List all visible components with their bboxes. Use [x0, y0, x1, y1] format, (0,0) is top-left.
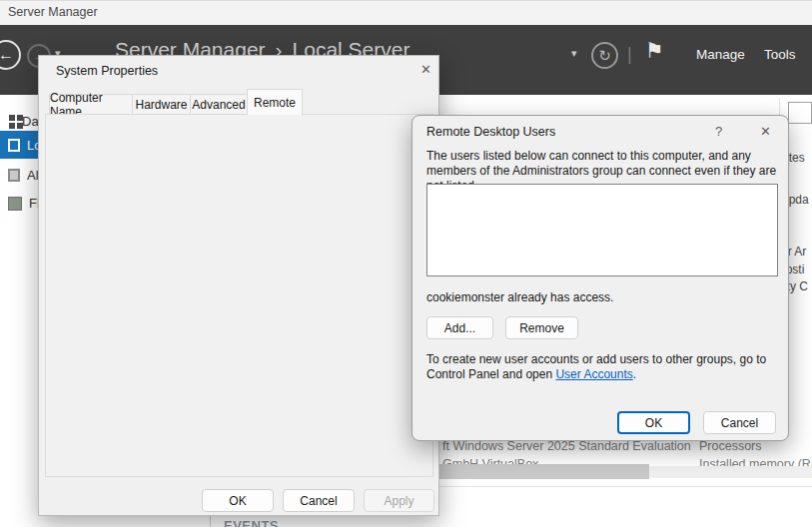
- bg-divider-line: [423, 486, 812, 487]
- tab-hardware[interactable]: Hardware: [132, 94, 191, 114]
- cancel-button[interactable]: Cancel: [703, 411, 776, 434]
- remove-button[interactable]: Remove: [505, 316, 578, 339]
- refresh-button[interactable]: ↻: [591, 42, 618, 69]
- nav-separator: |: [627, 44, 632, 65]
- cancel-button[interactable]: Cancel: [283, 489, 355, 512]
- menu-tools[interactable]: Tools: [764, 47, 796, 62]
- menu-manage[interactable]: Manage: [696, 47, 745, 62]
- remote-desktop-users-dialog: Remote Desktop Users ? ✕ The users liste…: [411, 115, 789, 441]
- window-title: Server Manager: [8, 5, 98, 19]
- all-servers-icon: [8, 169, 20, 182]
- bg-processors-text: Processors: [699, 439, 762, 453]
- ok-button[interactable]: OK: [202, 489, 274, 512]
- apply-button[interactable]: Apply: [364, 489, 434, 512]
- system-properties-dialog: System Properties ✕ Computer Name Hardwa…: [38, 55, 439, 516]
- dialog-title: Remote Desktop Users: [426, 125, 555, 139]
- back-icon: ←: [0, 46, 14, 64]
- dashboard-grid-icon: [9, 115, 15, 121]
- tab-advanced[interactable]: Advanced: [190, 94, 248, 114]
- tasks-box-fragment: [788, 102, 812, 124]
- footer-note: To create new user accounts or add users…: [426, 352, 771, 382]
- users-listbox[interactable]: [426, 184, 778, 276]
- dialog-title: System Properties: [56, 64, 158, 78]
- user-accounts-link[interactable]: User Accounts: [555, 367, 632, 381]
- window-titlebar: [0, 0, 812, 25]
- footer-text-end: .: [633, 367, 636, 381]
- events-heading: EVENTS: [224, 518, 279, 527]
- ok-button[interactable]: OK: [617, 411, 690, 434]
- remote-tab-panel: [45, 114, 433, 477]
- tab-remote[interactable]: Remote: [247, 89, 303, 115]
- close-icon[interactable]: ✕: [760, 124, 771, 139]
- bg-scrollbar[interactable]: [427, 464, 649, 479]
- notifications-flag-icon[interactable]: ⚑: [645, 39, 664, 63]
- file-storage-icon: [8, 197, 22, 211]
- bg-os-text: ft Windows Server 2025 Standard Evaluati…: [442, 439, 691, 453]
- tab-computer-name[interactable]: Computer Name: [49, 94, 133, 114]
- bg-row-strip: [649, 466, 812, 478]
- close-icon[interactable]: ✕: [420, 62, 431, 77]
- refresh-icon: ↻: [598, 47, 611, 65]
- add-button[interactable]: Add...: [426, 316, 493, 339]
- local-server-icon: [8, 139, 20, 152]
- access-note: cookiemonster already has access.: [426, 290, 613, 305]
- help-icon[interactable]: ?: [715, 124, 722, 139]
- notifications-caret-icon[interactable]: ▾: [571, 47, 577, 60]
- server-manager-window: Server Manager ← → ▾ Server Manager›Loca…: [0, 0, 812, 527]
